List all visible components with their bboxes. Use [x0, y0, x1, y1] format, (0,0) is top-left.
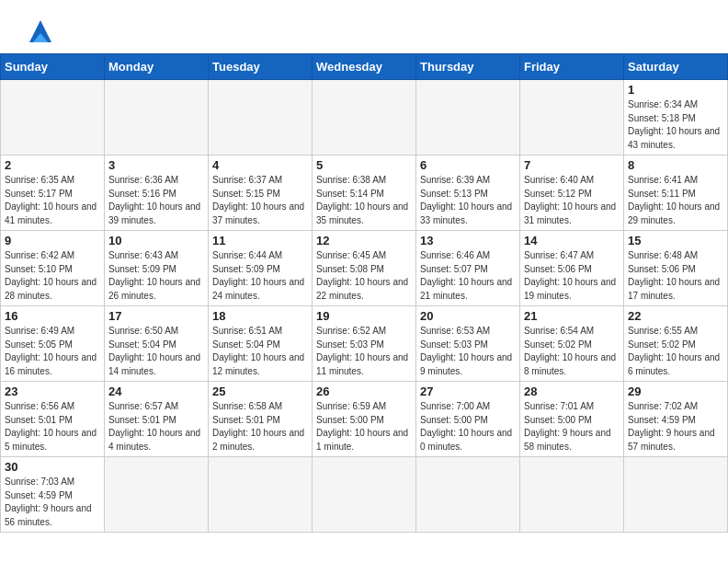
calendar-cell: [520, 457, 624, 533]
cell-sun-info: Sunrise: 6:44 AM Sunset: 5:09 PM Dayligh…: [212, 249, 308, 303]
cell-sun-info: Sunrise: 6:53 AM Sunset: 5:03 PM Dayligh…: [420, 325, 516, 378]
calendar-cell: 27Sunrise: 7:00 AM Sunset: 5:00 PM Dayli…: [416, 382, 520, 457]
cell-date-number: 22: [628, 309, 723, 323]
calendar-cell: [209, 457, 313, 533]
calendar-cell: 11Sunrise: 6:44 AM Sunset: 5:09 PM Dayli…: [209, 231, 313, 306]
calendar-cell: 5Sunrise: 6:38 AM Sunset: 5:14 PM Daylig…: [313, 155, 416, 231]
cell-sun-info: Sunrise: 6:36 AM Sunset: 5:16 PM Dayligh…: [108, 174, 204, 227]
cell-date-number: 19: [316, 309, 412, 323]
calendar-cell: 28Sunrise: 7:01 AM Sunset: 5:00 PM Dayli…: [520, 382, 624, 457]
weekday-header-tuesday: Tuesday: [209, 54, 313, 80]
calendar-cell: 22Sunrise: 6:55 AM Sunset: 5:02 PM Dayli…: [624, 306, 728, 382]
calendar-cell: 29Sunrise: 7:02 AM Sunset: 4:59 PM Dayli…: [624, 382, 728, 457]
cell-date-number: 7: [524, 158, 620, 172]
cell-date-number: 15: [628, 234, 723, 247]
cell-sun-info: Sunrise: 6:45 AM Sunset: 5:08 PM Dayligh…: [316, 249, 412, 303]
cell-date-number: 1: [628, 83, 723, 97]
calendar-week-row: 2Sunrise: 6:35 AM Sunset: 5:17 PM Daylig…: [1, 155, 728, 231]
logo-icon: [26, 17, 55, 46]
header: [0, 0, 728, 53]
calendar-cell: [105, 457, 209, 533]
logo: [18, 17, 55, 46]
calendar-cell: 23Sunrise: 6:56 AM Sunset: 5:01 PM Dayli…: [1, 382, 105, 457]
cell-sun-info: Sunrise: 6:48 AM Sunset: 5:06 PM Dayligh…: [628, 249, 723, 303]
calendar-week-row: 1Sunrise: 6:34 AM Sunset: 5:18 PM Daylig…: [1, 80, 728, 155]
cell-date-number: 28: [524, 385, 620, 398]
cell-sun-info: Sunrise: 7:01 AM Sunset: 5:00 PM Dayligh…: [524, 400, 620, 454]
cell-sun-info: Sunrise: 6:41 AM Sunset: 5:11 PM Dayligh…: [628, 174, 723, 227]
cell-sun-info: Sunrise: 6:37 AM Sunset: 5:15 PM Dayligh…: [212, 174, 308, 227]
cell-sun-info: Sunrise: 6:56 AM Sunset: 5:01 PM Dayligh…: [5, 400, 100, 454]
cell-date-number: 18: [212, 309, 308, 323]
cell-date-number: 11: [212, 234, 308, 247]
calendar-cell: 8Sunrise: 6:41 AM Sunset: 5:11 PM Daylig…: [624, 155, 728, 231]
cell-sun-info: Sunrise: 6:40 AM Sunset: 5:12 PM Dayligh…: [524, 174, 620, 227]
calendar-table: SundayMondayTuesdayWednesdayThursdayFrid…: [0, 53, 728, 533]
cell-sun-info: Sunrise: 7:02 AM Sunset: 4:59 PM Dayligh…: [628, 400, 723, 454]
weekday-header-monday: Monday: [105, 54, 209, 80]
cell-date-number: 3: [108, 158, 204, 172]
calendar-cell: 30Sunrise: 7:03 AM Sunset: 4:59 PM Dayli…: [1, 457, 105, 533]
calendar-cell: 18Sunrise: 6:51 AM Sunset: 5:04 PM Dayli…: [209, 306, 313, 382]
cell-sun-info: Sunrise: 6:52 AM Sunset: 5:03 PM Dayligh…: [316, 325, 412, 378]
cell-date-number: 29: [628, 385, 723, 398]
calendar-cell: [313, 80, 416, 155]
calendar-cell: 2Sunrise: 6:35 AM Sunset: 5:17 PM Daylig…: [1, 155, 105, 231]
calendar-cell: 10Sunrise: 6:43 AM Sunset: 5:09 PM Dayli…: [105, 231, 209, 306]
cell-sun-info: Sunrise: 6:55 AM Sunset: 5:02 PM Dayligh…: [628, 325, 723, 378]
cell-date-number: 5: [316, 158, 412, 172]
calendar-cell: 26Sunrise: 6:59 AM Sunset: 5:00 PM Dayli…: [313, 382, 416, 457]
calendar-cell: 25Sunrise: 6:58 AM Sunset: 5:01 PM Dayli…: [209, 382, 313, 457]
cell-date-number: 24: [108, 385, 204, 398]
calendar-cell: [624, 457, 728, 533]
cell-date-number: 12: [316, 234, 412, 247]
cell-date-number: 21: [524, 309, 620, 323]
calendar-week-row: 23Sunrise: 6:56 AM Sunset: 5:01 PM Dayli…: [1, 382, 728, 457]
cell-sun-info: Sunrise: 6:54 AM Sunset: 5:02 PM Dayligh…: [524, 325, 620, 378]
cell-sun-info: Sunrise: 6:49 AM Sunset: 5:05 PM Dayligh…: [5, 325, 100, 378]
cell-date-number: 30: [5, 460, 100, 474]
calendar-cell: 9Sunrise: 6:42 AM Sunset: 5:10 PM Daylig…: [1, 231, 105, 306]
calendar-week-row: 30Sunrise: 7:03 AM Sunset: 4:59 PM Dayli…: [1, 457, 728, 533]
calendar-cell: [209, 80, 313, 155]
calendar-cell: 6Sunrise: 6:39 AM Sunset: 5:13 PM Daylig…: [416, 155, 520, 231]
calendar-cell: 3Sunrise: 6:36 AM Sunset: 5:16 PM Daylig…: [105, 155, 209, 231]
calendar-cell: 17Sunrise: 6:50 AM Sunset: 5:04 PM Dayli…: [105, 306, 209, 382]
calendar-cell: 24Sunrise: 6:57 AM Sunset: 5:01 PM Dayli…: [105, 382, 209, 457]
cell-date-number: 2: [5, 158, 100, 172]
weekday-header-sunday: Sunday: [1, 54, 105, 80]
cell-sun-info: Sunrise: 6:34 AM Sunset: 5:18 PM Dayligh…: [628, 98, 723, 152]
cell-sun-info: Sunrise: 6:47 AM Sunset: 5:06 PM Dayligh…: [524, 249, 620, 303]
calendar-cell: 19Sunrise: 6:52 AM Sunset: 5:03 PM Dayli…: [313, 306, 416, 382]
calendar-cell: 7Sunrise: 6:40 AM Sunset: 5:12 PM Daylig…: [520, 155, 624, 231]
cell-date-number: 23: [5, 385, 100, 398]
cell-sun-info: Sunrise: 6:39 AM Sunset: 5:13 PM Dayligh…: [420, 174, 516, 227]
cell-date-number: 10: [108, 234, 204, 247]
calendar-cell: 13Sunrise: 6:46 AM Sunset: 5:07 PM Dayli…: [416, 231, 520, 306]
weekday-header-friday: Friday: [520, 54, 624, 80]
calendar-cell: [520, 80, 624, 155]
calendar-cell: 14Sunrise: 6:47 AM Sunset: 5:06 PM Dayli…: [520, 231, 624, 306]
calendar-cell: [416, 80, 520, 155]
cell-sun-info: Sunrise: 7:03 AM Sunset: 4:59 PM Dayligh…: [5, 476, 100, 529]
cell-date-number: 4: [212, 158, 308, 172]
cell-sun-info: Sunrise: 6:58 AM Sunset: 5:01 PM Dayligh…: [212, 400, 308, 454]
cell-date-number: 9: [5, 234, 100, 247]
calendar-cell: [313, 457, 416, 533]
cell-date-number: 26: [316, 385, 412, 398]
calendar-cell: 12Sunrise: 6:45 AM Sunset: 5:08 PM Dayli…: [313, 231, 416, 306]
cell-date-number: 13: [420, 234, 516, 247]
cell-sun-info: Sunrise: 6:43 AM Sunset: 5:09 PM Dayligh…: [108, 249, 204, 303]
cell-sun-info: Sunrise: 6:35 AM Sunset: 5:17 PM Dayligh…: [5, 174, 100, 227]
cell-date-number: 14: [524, 234, 620, 247]
calendar-cell: 16Sunrise: 6:49 AM Sunset: 5:05 PM Dayli…: [1, 306, 105, 382]
page: SundayMondayTuesdayWednesdayThursdayFrid…: [0, 0, 728, 533]
weekday-header-row: SundayMondayTuesdayWednesdayThursdayFrid…: [1, 54, 728, 80]
cell-date-number: 6: [420, 158, 516, 172]
cell-sun-info: Sunrise: 6:59 AM Sunset: 5:00 PM Dayligh…: [316, 400, 412, 454]
calendar-week-row: 16Sunrise: 6:49 AM Sunset: 5:05 PM Dayli…: [1, 306, 728, 382]
cell-date-number: 27: [420, 385, 516, 398]
weekday-header-thursday: Thursday: [416, 54, 520, 80]
cell-sun-info: Sunrise: 6:50 AM Sunset: 5:04 PM Dayligh…: [108, 325, 204, 378]
cell-sun-info: Sunrise: 6:38 AM Sunset: 5:14 PM Dayligh…: [316, 174, 412, 227]
